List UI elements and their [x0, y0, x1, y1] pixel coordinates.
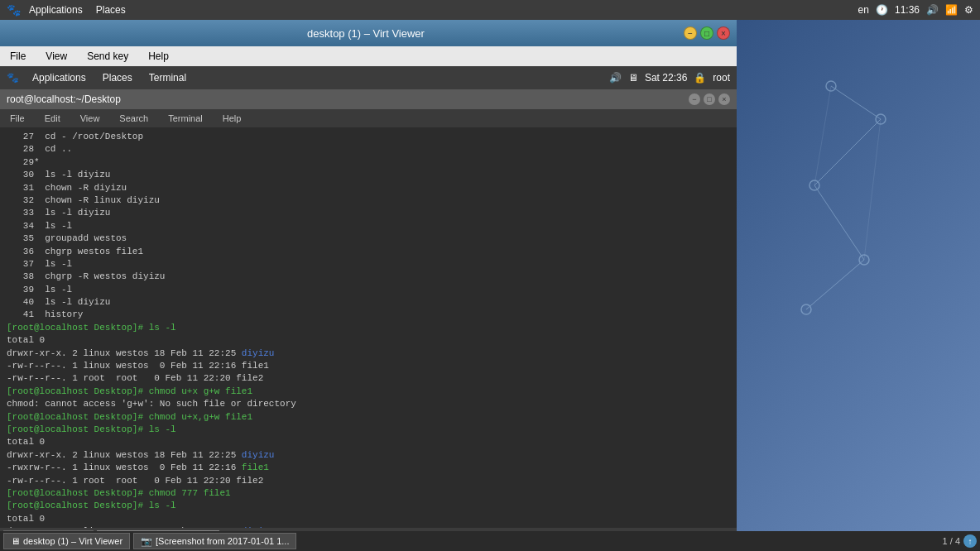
bottom-task-virt-viewer[interactable]: 🖥 desktop (1) – Virt Viewer	[3, 533, 130, 549]
virt-viewer-window-controls: − □ ×	[684, 26, 730, 40]
term-prompt-line: [root@localhost Desktop]# ls -l	[7, 500, 730, 512]
terminal-titlebar: root@localhost:~/Desktop − □ ×	[0, 89, 737, 109]
vm-network-icon: 🖥	[628, 72, 638, 84]
desktop: desktop (1) – Virt Viewer − □ × File Vie…	[0, 20, 980, 551]
clock-icon: 🕐	[876, 4, 888, 16]
bottom-task-screenshot-label: [Screenshot from 2017-01-01 1...	[156, 536, 289, 546]
term-menu-terminal[interactable]: Terminal	[165, 112, 206, 125]
term-maximize-btn[interactable]: □	[704, 93, 715, 105]
virt-viewer-menubar: File View Send key Help	[0, 46, 737, 66]
minimize-button[interactable]: −	[684, 26, 697, 40]
virt-viewer-window: desktop (1) – Virt Viewer − □ × File Vie…	[0, 20, 737, 551]
maximize-button[interactable]: □	[700, 26, 713, 40]
volume-icon[interactable]: 🔊	[926, 4, 939, 16]
term-line: 31 chown -R diyizu	[7, 182, 730, 194]
terminal-menubar: File Edit View Search Terminal Help	[0, 109, 737, 127]
system-bar-left: 🐾 Applications Places	[7, 2, 131, 17]
bottom-taskbar: 🖥 desktop (1) – Virt Viewer 📷 [Screensho…	[0, 531, 980, 551]
term-line: 35 groupadd westos	[7, 232, 730, 245]
menu-file[interactable]: File	[7, 49, 29, 64]
term-prompt-line: [root@localhost Desktop]# ls -l	[7, 424, 730, 436]
vm-topbar-right: 🔊 🖥 Sat 22:36 🔒 root	[609, 72, 730, 84]
places-menu-button[interactable]: Places	[91, 2, 131, 17]
term-menu-help[interactable]: Help	[219, 112, 245, 125]
network-icon: 📶	[945, 4, 958, 16]
terminal-window: root@localhost:~/Desktop − □ × File Edit…	[0, 89, 737, 551]
system-app-icon: 🐾	[7, 3, 21, 17]
svg-line-6	[814, 119, 881, 185]
term-menu-file[interactable]: File	[7, 112, 28, 125]
term-minimize-btn[interactable]: −	[689, 93, 700, 105]
vm-topbar: 🐾 Applications Places Terminal 🔊 🖥 Sat 2…	[0, 66, 737, 89]
bottom-task-screenshot-icon: 📷	[141, 536, 152, 547]
bottom-pager-button[interactable]: ↑	[963, 534, 977, 548]
term-line: -rw-r--r--. 1 root root 0 Feb 11 22:20 f…	[7, 372, 730, 385]
svg-line-8	[806, 260, 864, 309]
bottom-pager-count: 1 / 4	[943, 536, 960, 546]
clock-display: 11:36	[895, 4, 920, 16]
vm-applications-menu[interactable]: Applications	[29, 70, 89, 85]
term-line: 28 cd ..	[7, 143, 730, 156]
term-line: chmod: cannot access 'g+w': No such file…	[7, 398, 730, 410]
virt-viewer-title-text: desktop (1) – Virt Viewer	[48, 27, 684, 40]
bottom-task-virt-label: desktop (1) – Virt Viewer	[23, 536, 122, 546]
svg-point-1	[876, 114, 886, 124]
terminal-controls: − □ ×	[689, 93, 730, 105]
svg-line-10	[864, 119, 881, 260]
term-prompt-line: [root@localhost Desktop]# chmod u+x g+w …	[7, 386, 730, 398]
svg-point-2	[809, 180, 819, 190]
virt-viewer-titlebar: desktop (1) – Virt Viewer − □ ×	[0, 20, 737, 46]
vm-places-menu[interactable]: Places	[99, 70, 136, 85]
term-line: total 0	[7, 334, 730, 347]
vm-user-label: root	[713, 72, 730, 84]
terminal-title-text: root@localhost:~/Desktop	[7, 93, 121, 105]
menu-view[interactable]: View	[42, 49, 70, 64]
menu-help[interactable]: Help	[145, 49, 172, 64]
system-bar-right: en 🕐 11:36 🔊 📶 ⚙	[858, 4, 973, 16]
svg-line-7	[814, 185, 864, 260]
term-menu-edit[interactable]: Edit	[41, 112, 64, 125]
applications-menu-button[interactable]: Applications	[24, 2, 88, 17]
term-menu-search[interactable]: Search	[116, 112, 151, 125]
vm-content: 🐾 Applications Places Terminal 🔊 🖥 Sat 2…	[0, 66, 737, 551]
svg-point-0	[826, 81, 836, 91]
term-line: 32 chown -R linux diyizu	[7, 194, 730, 207]
term-menu-view[interactable]: View	[77, 112, 103, 125]
term-line: total 0	[7, 436, 730, 448]
vm-apps-icon: 🐾	[7, 72, 19, 84]
term-line: 34 ls -l	[7, 220, 730, 232]
terminal-body[interactable]: 27 cd - /root/Desktop 28 cd .. 29* 30 ls…	[0, 127, 737, 528]
vm-terminal-menu[interactable]: Terminal	[146, 70, 190, 85]
term-line: 41 history	[7, 309, 730, 321]
term-line: drwxr-xr-x. 2 linux westos 18 Feb 11 22:…	[7, 347, 730, 360]
term-line: -rwxrw-r--. 1 linux westos 0 Feb 11 22:1…	[7, 462, 730, 474]
term-line: 37 ls -l	[7, 258, 730, 271]
term-prompt-line: [root@localhost Desktop]# ls -l	[7, 322, 730, 334]
vm-volume-icon[interactable]: 🔊	[609, 72, 622, 84]
bottom-pager: 1 / 4 ↑	[943, 534, 977, 548]
vm-datetime: Sat 22:36	[645, 72, 687, 84]
term-line: drwxr-xr-x. 2 linux westos 18 Feb 11 22:…	[7, 449, 730, 462]
term-line: -rw-r--r--. 1 linux westos 0 Feb 11 22:1…	[7, 360, 730, 372]
close-button[interactable]: ×	[717, 26, 730, 40]
svg-line-9	[814, 86, 831, 185]
svg-line-5	[831, 86, 881, 119]
menu-send-key[interactable]: Send key	[84, 49, 132, 64]
bottom-task-screenshot[interactable]: 📷 [Screenshot from 2017-01-01 1...	[133, 533, 296, 549]
term-line: 39 ls -l	[7, 284, 730, 296]
term-line: 30 ls -l diyizu	[7, 169, 730, 181]
term-line: -rw-r--r--. 1 root root 0 Feb 11 22:20 f…	[7, 475, 730, 487]
bottom-task-virt-icon: 🖥	[11, 536, 20, 546]
term-line: 27 cd - /root/Desktop	[7, 131, 730, 143]
settings-icon[interactable]: ⚙	[964, 4, 973, 16]
term-line: 38 chgrp -R westos diyizu	[7, 271, 730, 283]
vm-user-icon: 🔒	[694, 72, 706, 84]
term-prompt-line: [root@localhost Desktop]# chmod 777 file…	[7, 487, 730, 500]
svg-point-4	[801, 304, 811, 314]
system-bar: 🐾 Applications Places en 🕐 11:36 🔊 📶 ⚙	[0, 0, 980, 20]
term-line: 36 chgrp westos file1	[7, 246, 730, 258]
svg-point-3	[859, 255, 869, 265]
term-close-btn[interactable]: ×	[718, 93, 730, 105]
term-line: 29*	[7, 156, 730, 169]
term-prompt-line: [root@localhost Desktop]# chmod u+x,g+w …	[7, 411, 730, 424]
